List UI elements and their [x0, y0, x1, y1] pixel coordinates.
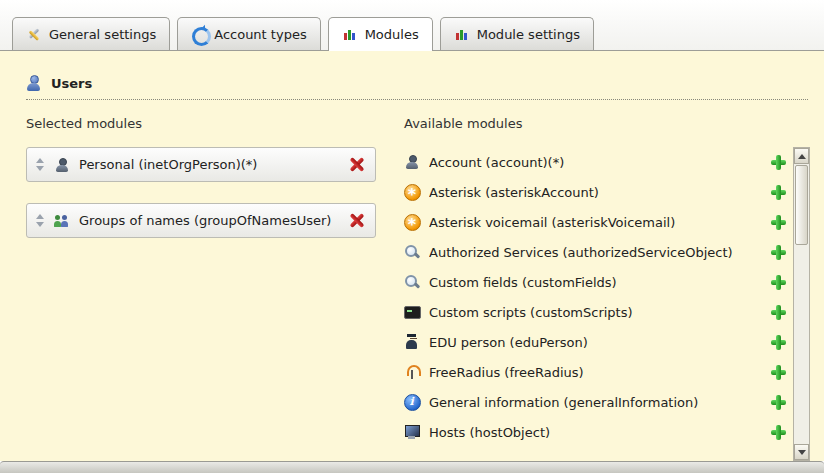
add-module-button[interactable]	[771, 155, 786, 170]
add-module-button[interactable]	[771, 335, 786, 350]
module-label: Hosts (hostObject)	[429, 425, 762, 440]
add-module-button[interactable]	[771, 185, 786, 200]
module-label: EDU person (eduPerson)	[429, 335, 762, 350]
scrollbar-down-button[interactable]	[794, 444, 809, 460]
edu-icon	[404, 334, 420, 350]
add-module-button[interactable]	[771, 395, 786, 410]
down-arrow-icon	[798, 450, 806, 459]
tab[interactable]: General settings	[12, 17, 170, 50]
group-icon	[54, 213, 70, 229]
available-module-row: Authorized Services (authorizedServiceOb…	[404, 237, 793, 267]
tab[interactable]: Module settings	[440, 17, 594, 50]
available-modules-heading: Available modules	[404, 116, 810, 131]
selected-module-row: Personal (inetOrgPerson)(*)	[26, 147, 376, 182]
available-module-row: Asterisk (asteriskAccount)	[404, 177, 793, 207]
person-icon	[54, 157, 70, 173]
asterisk-icon	[404, 214, 420, 230]
scrollbar[interactable]	[793, 147, 810, 461]
remove-module-button[interactable]	[349, 213, 364, 228]
chart-icon	[454, 26, 470, 42]
modules-columns: Selected modules Personal (inetOrgPerson…	[14, 116, 810, 461]
section-title: Users	[51, 76, 92, 91]
users-icon	[26, 75, 42, 91]
module-label: Asterisk voicemail (asteriskVoicemail)	[429, 215, 762, 230]
tab-label: General settings	[49, 27, 156, 42]
module-label: Custom scripts (customScripts)	[429, 305, 762, 320]
asterisk-icon	[404, 184, 420, 200]
module-label: Groups of names (groupOfNamesUser)	[79, 213, 340, 228]
person-icon	[404, 154, 420, 170]
available-modules-column: Available modules Account (account)(*)	[404, 116, 810, 461]
available-modules-wrap: Account (account)(*) Asterisk (asteriskA…	[404, 147, 810, 461]
selected-modules-column: Selected modules Personal (inetOrgPerson…	[26, 116, 376, 461]
available-module-row: EDU person (eduPerson)	[404, 327, 793, 357]
tab-label: Module settings	[477, 27, 580, 42]
remove-module-button[interactable]	[349, 157, 364, 172]
tab[interactable]: Account types	[177, 17, 320, 50]
tab-label: Modules	[365, 27, 419, 42]
scrollbar-up-button[interactable]	[794, 148, 809, 164]
tab-label: Account types	[214, 27, 306, 42]
module-label: Custom fields (customFields)	[429, 275, 762, 290]
lam-config-window: General settings Account types Modules M…	[0, 0, 824, 473]
terminal-icon	[404, 304, 420, 320]
bottom-section-bar	[0, 461, 824, 473]
radius-icon	[404, 364, 420, 380]
info-icon	[404, 394, 420, 410]
available-module-row: General information (generalInformation)	[404, 387, 793, 417]
tab-bar: General settings Account types Modules M…	[0, 0, 824, 51]
refresh-icon	[191, 26, 207, 42]
available-module-row: Hosts (hostObject)	[404, 417, 793, 447]
add-module-button[interactable]	[771, 245, 786, 260]
module-label: FreeRadius (freeRadius)	[429, 365, 762, 380]
module-label: Account (account)(*)	[429, 155, 762, 170]
host-icon	[404, 424, 420, 440]
wrench-icon	[26, 26, 42, 42]
add-module-button[interactable]	[771, 215, 786, 230]
module-label: Personal (inetOrgPerson)(*)	[79, 157, 340, 172]
selected-modules-heading: Selected modules	[26, 116, 376, 131]
users-section-heading: Users	[26, 75, 808, 100]
module-label: General information (generalInformation)	[429, 395, 762, 410]
add-module-button[interactable]	[771, 275, 786, 290]
content-area: Users Selected modules Personal (inetOrg…	[0, 51, 824, 461]
scrollbar-thumb[interactable]	[795, 165, 808, 245]
add-module-button[interactable]	[771, 425, 786, 440]
available-module-row: FreeRadius (freeRadius)	[404, 357, 793, 387]
module-label: Authorized Services (authorizedServiceOb…	[429, 245, 762, 260]
tab[interactable]: Modules	[328, 17, 433, 51]
magnifier-icon	[404, 244, 420, 260]
module-label: Asterisk (asteriskAccount)	[429, 185, 762, 200]
available-module-row: Account (account)(*)	[404, 147, 793, 177]
up-arrow-icon	[798, 150, 806, 159]
add-module-button[interactable]	[771, 365, 786, 380]
available-modules-list: Account (account)(*) Asterisk (asteriskA…	[404, 147, 793, 461]
selected-modules-list: Personal (inetOrgPerson)(*) Groups of na…	[26, 147, 376, 238]
drag-handle-icon[interactable]	[35, 157, 45, 172]
drag-handle-icon[interactable]	[35, 213, 45, 228]
chart-icon	[342, 26, 358, 42]
selected-module-row: Groups of names (groupOfNamesUser)	[26, 203, 376, 238]
add-module-button[interactable]	[771, 305, 786, 320]
magnifier-icon	[404, 274, 420, 290]
available-module-row: Custom fields (customFields)	[404, 267, 793, 297]
available-module-row: Asterisk voicemail (asteriskVoicemail)	[404, 207, 793, 237]
available-module-row: Custom scripts (customScripts)	[404, 297, 793, 327]
